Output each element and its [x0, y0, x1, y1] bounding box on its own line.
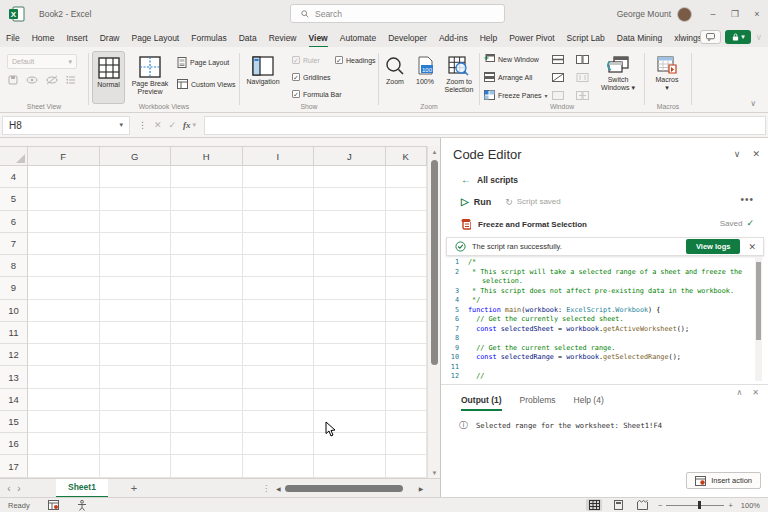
cell-I12[interactable] — [243, 344, 315, 366]
cell-F9[interactable] — [28, 277, 100, 299]
insert-function-icon[interactable]: fx — [183, 120, 191, 130]
exit-sheet-view-icon[interactable] — [26, 75, 38, 85]
cell-G13[interactable] — [100, 366, 172, 388]
cell-G17[interactable] — [100, 455, 172, 477]
cell-J6[interactable] — [314, 211, 386, 233]
row-header-16[interactable]: 16 — [0, 433, 28, 455]
column-header-H[interactable]: H — [171, 146, 243, 166]
code-scrollbar[interactable] — [755, 258, 762, 381]
row-header-12[interactable]: 12 — [0, 344, 28, 366]
cell-K4[interactable] — [386, 166, 428, 188]
cell-K8[interactable] — [386, 255, 428, 277]
cell-H14[interactable] — [171, 389, 243, 411]
row-header-6[interactable]: 6 — [0, 211, 28, 233]
cell-F8[interactable] — [28, 255, 100, 277]
zoom-to-selection-button[interactable]: Zoom to Selection — [441, 51, 477, 104]
macros-button[interactable]: Macros▾ — [648, 51, 686, 104]
cell-K12[interactable] — [386, 344, 428, 366]
share-button[interactable]: ▾ — [725, 30, 751, 44]
cell-G9[interactable] — [100, 277, 172, 299]
cell-J5[interactable] — [314, 188, 386, 210]
cell-G7[interactable] — [100, 233, 172, 255]
cell-F6[interactable] — [28, 211, 100, 233]
checkbox-formula-bar[interactable]: ✓Formula Bar — [292, 90, 342, 98]
horizontal-scroll-thumb[interactable] — [285, 485, 403, 492]
cell-I17[interactable] — [243, 455, 315, 477]
cell-J12[interactable] — [314, 344, 386, 366]
accessibility-checker-icon[interactable] — [77, 500, 87, 511]
ribbon-tab-page-layout[interactable]: Page Layout — [126, 30, 186, 46]
tab-split-handle[interactable]: ⋮ — [262, 484, 270, 493]
cell-H5[interactable] — [171, 188, 243, 210]
cell-K13[interactable] — [386, 366, 428, 388]
checkbox-ruler[interactable]: ✓Ruler — [292, 56, 320, 64]
vertical-scrollbar[interactable]: ▲ ▼ — [427, 146, 440, 478]
scroll-right-icon[interactable]: ▶ — [419, 485, 424, 492]
cell-H15[interactable] — [171, 411, 243, 433]
horizontal-scrollbar[interactable]: ◀ ▶ — [276, 484, 426, 493]
next-sheet-icon[interactable]: › — [10, 483, 28, 494]
output-tab-output-1-[interactable]: Output (1) — [461, 395, 502, 405]
code-scroll-thumb[interactable] — [756, 262, 761, 340]
all-scripts-link[interactable]: ← All scripts — [461, 174, 518, 185]
reset-window-position-icon[interactable] — [576, 91, 589, 100]
column-header-G[interactable]: G — [100, 146, 172, 166]
pane-close-icon[interactable]: ✕ — [752, 149, 760, 159]
cell-H13[interactable] — [171, 366, 243, 388]
cell-G14[interactable] — [100, 389, 172, 411]
column-header-I[interactable]: I — [243, 146, 315, 166]
row-header-8[interactable]: 8 — [0, 255, 28, 277]
cell-I6[interactable] — [243, 211, 315, 233]
more-options-icon[interactable]: ••• — [740, 194, 754, 205]
cell-H8[interactable] — [171, 255, 243, 277]
checkbox-gridlines[interactable]: ✓Gridlines — [292, 73, 331, 81]
cell-H11[interactable] — [171, 322, 243, 344]
row-header-13[interactable]: 13 — [0, 366, 28, 388]
insert-action-button[interactable]: Insert action — [686, 472, 761, 489]
synchronous-scrolling-icon[interactable] — [576, 73, 589, 82]
cell-F15[interactable] — [28, 411, 100, 433]
cell-H17[interactable] — [171, 455, 243, 477]
cell-I9[interactable] — [243, 277, 315, 299]
code-listing[interactable]: 1/*2 * This script will take a selected … — [446, 258, 751, 381]
row-header-15[interactable]: 15 — [0, 411, 28, 433]
row-header-9[interactable]: 9 — [0, 277, 28, 299]
cell-G8[interactable] — [100, 255, 172, 277]
cell-K5[interactable] — [386, 188, 428, 210]
arrange-all-button[interactable]: Arrange All — [484, 72, 532, 82]
cell-G12[interactable] — [100, 344, 172, 366]
row-header-5[interactable]: 5 — [0, 188, 28, 210]
split-icon[interactable] — [552, 55, 564, 64]
cell-F10[interactable] — [28, 300, 100, 322]
user-avatar[interactable] — [677, 7, 692, 22]
ribbon-tab-draw[interactable]: Draw — [94, 30, 126, 46]
cell-J13[interactable] — [314, 366, 386, 388]
row-header-14[interactable]: 14 — [0, 389, 28, 411]
ribbon-tab-file[interactable]: File — [0, 30, 26, 46]
cell-J11[interactable] — [314, 322, 386, 344]
column-header-J[interactable]: J — [314, 146, 386, 166]
cell-J7[interactable] — [314, 233, 386, 255]
ribbon-tab-data[interactable]: Data — [233, 30, 263, 46]
cell-F4[interactable] — [28, 166, 100, 188]
pane-collapse-icon[interactable]: ∨ — [734, 149, 741, 159]
cancel-formula-icon[interactable]: ✕ — [154, 120, 162, 130]
enter-formula-icon[interactable]: ✓ — [169, 120, 177, 130]
cell-G5[interactable] — [100, 188, 172, 210]
hide-window-icon[interactable] — [552, 73, 564, 82]
cell-G4[interactable] — [100, 166, 172, 188]
column-header-F[interactable]: F — [28, 146, 100, 166]
ribbon-tab-home[interactable]: Home — [26, 30, 61, 46]
sheet-tab-sheet1[interactable]: Sheet1 — [56, 479, 108, 498]
cell-K14[interactable] — [386, 389, 428, 411]
view-side-by-side-icon[interactable] — [576, 55, 589, 64]
script-name-row[interactable]: Freeze and Format Selection — [461, 218, 587, 230]
zoom-slider-thumb[interactable] — [698, 501, 701, 509]
switch-windows-button[interactable]: Switch Windows ▾ — [596, 51, 640, 104]
keep-sheet-view-icon[interactable] — [8, 75, 18, 85]
column-header-K[interactable]: K — [386, 146, 428, 166]
sheet-view-dropdown[interactable]: Default ▾ — [7, 54, 77, 69]
checkbox-headings[interactable]: ✓Headings — [335, 56, 376, 64]
cell-J8[interactable] — [314, 255, 386, 277]
search-input[interactable]: Search — [290, 4, 505, 23]
